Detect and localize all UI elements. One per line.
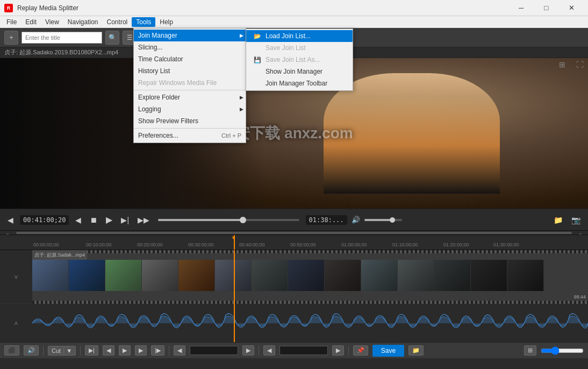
next-clip-button[interactable]: ▶ <box>242 345 254 356</box>
maximize-button[interactable]: □ <box>534 0 558 16</box>
save-as-icon: 💾 <box>253 56 262 63</box>
play-bottom-button[interactable]: ▶ <box>119 345 131 356</box>
frame-9 <box>325 260 361 291</box>
logging-arrow: ▶ <box>240 107 243 112</box>
frame-4 <box>142 260 178 291</box>
step-forward-button[interactable]: ▶| <box>119 215 131 225</box>
prev-button[interactable]: ◀ <box>103 345 114 356</box>
explore-folder-item[interactable]: Explore Folder ▶ <box>134 91 246 103</box>
timeline-ruler: 00:00:00;00 00:10:00;00 00:20:00;00 00:3… <box>0 235 588 250</box>
start-time-input[interactable]: 00:00:00;00 <box>190 346 238 355</box>
next-out-button[interactable]: ▶ <box>332 345 344 356</box>
fullscreen-icon[interactable]: ⛶ <box>576 60 584 69</box>
menu-file[interactable]: File <box>2 17 21 27</box>
save-button[interactable]: Save <box>372 345 404 357</box>
volume-icon: 🔊 <box>352 216 360 224</box>
menu-help[interactable]: Help <box>155 17 177 27</box>
volume-slider[interactable] <box>364 219 402 221</box>
minimize-button[interactable]: ─ <box>509 0 533 16</box>
ruler-3: 00:30:00;00 <box>188 242 214 247</box>
repair-windows-media-item: Repair Windows Media File <box>134 77 246 89</box>
audio-track-label: A <box>0 304 32 342</box>
window-controls: ─ □ ✕ <box>509 0 584 16</box>
layout-button[interactable]: ⊞ <box>524 345 536 356</box>
video-track-label: V <box>0 250 32 304</box>
frame-11 <box>398 260 434 291</box>
join-manager-item[interactable]: Join Manager ▶ 📂 Load Join List... Save … <box>134 30 246 41</box>
title-input[interactable] <box>21 32 102 44</box>
scroll-area: ◀ ▶ <box>0 230 588 235</box>
ruler-2: 00:20:00;00 <box>137 242 163 247</box>
play-backward-button[interactable]: ◀ <box>73 215 83 225</box>
mark-out-button[interactable]: |▶ <box>151 345 164 356</box>
menubar: File Edit View Navigation Control Tools … <box>0 16 588 28</box>
join-manager-toolbar-item[interactable]: Join Manager Toolbar <box>246 77 353 89</box>
add-button[interactable]: + <box>4 31 18 45</box>
end-time-input[interactable]: 01:38:44;22 <box>279 346 328 355</box>
menu-view[interactable]: View <box>41 17 63 27</box>
preferences-item[interactable]: Preferences... Ctrl + P <box>134 130 246 141</box>
close-button[interactable]: ✕ <box>560 0 584 16</box>
ruler-0: 00:00:00;00 <box>33 242 59 247</box>
cut-label: Cut <box>52 347 61 354</box>
ruler-6: 01:00:00;00 <box>341 242 367 247</box>
secondary-time-display: 01:38:... <box>306 215 347 225</box>
zoom-slider[interactable] <box>541 346 584 355</box>
frame-1 <box>32 260 69 291</box>
stop-button[interactable]: ⏹ <box>88 215 99 225</box>
cut-dropdown-arrow[interactable]: ▼ <box>63 347 72 354</box>
fast-forward-button[interactable]: ▶▶ <box>135 215 152 225</box>
slicing-item[interactable]: Slicing... <box>134 41 246 53</box>
duration-label: 98:44 <box>573 294 586 300</box>
track-header: V A <box>0 250 32 342</box>
next-button[interactable]: ▶ <box>135 345 147 356</box>
folder-output-button[interactable]: 📁 <box>408 345 424 356</box>
ruler-4: 00:40:00;00 <box>239 242 265 247</box>
explore-arrow: ▶ <box>240 95 243 100</box>
save-join-list-as-item: 💾 Save Join List As... <box>246 54 353 66</box>
preferences-shortcut: Ctrl + P <box>221 132 241 139</box>
playback-slider[interactable] <box>158 219 299 221</box>
camera-button[interactable]: 📷 <box>569 215 583 225</box>
frame-2 <box>69 260 105 291</box>
cut-button[interactable]: Cut ▼ <box>48 346 76 356</box>
menu-separator-1 <box>134 90 246 90</box>
timeline-tracks: V A 贞子: 起源.Sadak...mp4 <box>0 250 588 342</box>
save-join-list-item: Save Join List <box>246 42 353 54</box>
ruler-9: 01:30:00;00 <box>493 242 519 247</box>
video-track: 贞子: 起源.Sadak...mp4 <box>32 250 588 304</box>
load-join-list-item[interactable]: 📂 Load Join List... <box>246 30 353 42</box>
app-icon: R <box>4 4 13 12</box>
history-list-item[interactable]: History List <box>134 65 246 77</box>
load-icon: 📂 <box>253 33 262 40</box>
show-preview-item[interactable]: Show Preview Filters <box>134 115 246 127</box>
prev-out-button[interactable]: ◀ <box>263 345 275 356</box>
audio-track <box>32 304 588 342</box>
play-button[interactable]: ▶ <box>104 214 114 226</box>
menu-edit[interactable]: Edit <box>21 17 41 27</box>
track-name: 贞子: 起源.Sadak...mp4 <box>32 250 87 260</box>
menu-control[interactable]: Control <box>103 17 132 27</box>
audio-waveform <box>32 307 588 339</box>
folder-button[interactable]: 📁 <box>551 215 565 225</box>
audio-button[interactable]: 🔊 <box>24 345 39 356</box>
logging-item[interactable]: Logging ▶ <box>134 103 246 115</box>
menu-navigation[interactable]: Navigation <box>63 17 103 27</box>
prev-frame-button[interactable]: ◀ <box>5 215 16 225</box>
show-join-manager-item[interactable]: Show Join Manager <box>246 66 353 77</box>
prev-clip-button[interactable]: ◀ <box>174 345 185 356</box>
search-button[interactable]: 🔍 <box>105 31 119 45</box>
monitor-button[interactable]: ⬛ <box>4 345 19 356</box>
mark-in-button[interactable]: ▶| <box>85 345 98 356</box>
frame-5 <box>178 260 215 291</box>
tools-dropdown: Join Manager ▶ 📂 Load Join List... Save … <box>133 28 246 143</box>
menu-tools[interactable]: Tools <box>132 17 155 27</box>
pin-button[interactable]: 📌 <box>353 345 368 356</box>
ruler-7: 01:10:00;00 <box>392 242 418 247</box>
playback-controls: ◀ 00:41:00;20 ◀ ⏹ ▶ ▶| ▶▶ 01:38:... 🔊 📁 … <box>0 209 588 230</box>
join-submenu: 📂 Load Join List... Save Join List 💾 Sav… <box>246 29 353 91</box>
time-calculator-item[interactable]: Time Calculator <box>134 53 246 65</box>
frame-13 <box>471 260 507 291</box>
playhead-ruler: ▼ <box>234 235 235 250</box>
resize-icon[interactable]: ⊞ <box>559 60 565 69</box>
